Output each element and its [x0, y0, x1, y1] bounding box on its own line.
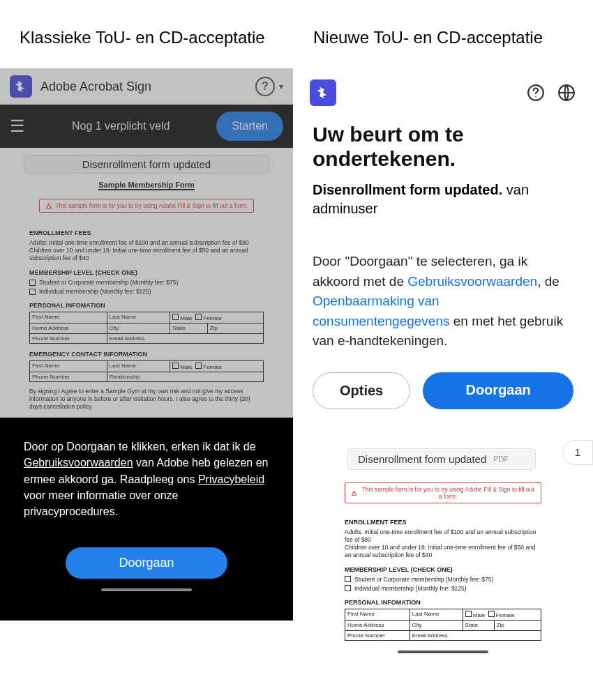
section-personal: PERSONAL INFOMATION — [345, 599, 541, 606]
section-level: MEMBERSHIP LEVEL (CHECK ONE) — [29, 269, 264, 276]
checkbox-icon[interactable] — [488, 611, 495, 617]
classic-panel: Adobe Acrobat Sign ? ▾ ☰ Nog 1 verplicht… — [0, 68, 293, 653]
terms-link[interactable]: Gebruiksvoorwaarden — [407, 274, 537, 289]
section-fees: ENROLLMENT FEES — [29, 229, 264, 236]
checkbox-icon[interactable] — [195, 363, 202, 369]
section-emergency: EMERGENCY CONTACT INFORMATION — [29, 351, 264, 358]
required-field-text: Nog 1 verplicht veld — [25, 120, 216, 132]
options-button[interactable]: Opties — [313, 372, 410, 409]
checkbox-icon[interactable] — [29, 280, 36, 286]
hamburger-icon[interactable]: ☰ — [10, 116, 25, 136]
classic-header: Adobe Acrobat Sign ? ▾ — [0, 68, 293, 105]
form-title: Sample Membership Form — [98, 181, 195, 190]
help-icon[interactable] — [526, 83, 546, 102]
home-indicator — [398, 650, 488, 653]
classic-toolbar: ☰ Nog 1 verplicht veld Starten — [0, 105, 293, 148]
document-preview: 1 Disenrollment form updated PDF This sa… — [293, 437, 593, 653]
page-counter: 1 — [562, 440, 593, 465]
checkbox-icon[interactable] — [465, 611, 472, 617]
section-personal: PERSONAL INFOMATION — [29, 302, 264, 309]
agreement-text: By signing I Agree to enter a Sample Gym… — [29, 388, 264, 411]
warning-icon — [45, 202, 52, 209]
section-level: MEMBERSHIP LEVEL (CHECK ONE) — [345, 566, 541, 573]
consent-text: Door op Doorgaan te klikken, erken ik da… — [24, 439, 269, 519]
document-pill[interactable]: Disenrollment form updated PDF — [347, 448, 536, 470]
app-title: Adobe Acrobat Sign — [40, 79, 151, 94]
acrobat-icon — [310, 79, 336, 106]
chevron-down-icon[interactable]: ▾ — [279, 82, 283, 91]
personal-table: First NameLast Name Male Female Home Add… — [29, 312, 264, 344]
checkbox-icon[interactable] — [172, 363, 179, 369]
home-indicator — [101, 588, 192, 591]
globe-icon[interactable] — [557, 83, 576, 102]
terms-link[interactable]: Gebruiksvoorwaarden — [24, 457, 133, 469]
sample-notice: This sample form is for you to try using… — [345, 482, 541, 503]
consumer-disclosure-link[interactable]: Openbaarmaking van consumentengegevens — [313, 294, 449, 328]
checkbox-icon[interactable] — [345, 576, 351, 582]
document-title-bar: Disenrollment form updated — [24, 155, 269, 174]
document-info: Disenrollment form updated. van adminuse… — [313, 181, 573, 218]
emergency-table: First NameLast Name Male Female Phone Nu… — [29, 360, 264, 382]
pdf-badge: PDF — [493, 455, 509, 463]
start-button[interactable]: Starten — [216, 112, 283, 141]
page-heading: Uw beurt om te ondertekenen. — [313, 123, 573, 171]
personal-table: First NameLast Name Male Female Home Add… — [345, 609, 541, 641]
help-icon[interactable]: ? — [255, 77, 275, 96]
svg-point-1 — [535, 96, 536, 98]
consent-text: Door "Doorgaan" te selecteren, ga ik akk… — [313, 252, 573, 351]
label-classic: Klassieke ToU- en CD-acceptatie — [20, 28, 280, 47]
sample-notice: This sample form is for you to try using… — [39, 199, 255, 213]
checkbox-icon[interactable] — [195, 314, 202, 320]
privacy-link[interactable]: Privacybeleid — [198, 473, 264, 485]
classic-footer: Door op Doorgaan te klikken, erken ik da… — [0, 418, 293, 621]
label-new: Nieuwe ToU- en CD-acceptatie — [280, 28, 573, 47]
checkbox-icon[interactable] — [172, 314, 179, 320]
document-preview: Sample Membership Form This sample form … — [0, 178, 293, 418]
continue-button[interactable]: Doorgaan — [423, 372, 573, 409]
continue-button[interactable]: Doorgaan — [66, 547, 227, 579]
section-fees: ENROLLMENT FEES — [345, 519, 541, 526]
checkbox-icon[interactable] — [29, 289, 36, 295]
warning-icon — [351, 489, 357, 496]
acrobat-icon — [10, 75, 32, 98]
checkbox-icon[interactable] — [345, 585, 351, 591]
new-panel: Uw beurt om te ondertekenen. Disenrollme… — [293, 68, 593, 653]
new-header — [293, 68, 593, 117]
